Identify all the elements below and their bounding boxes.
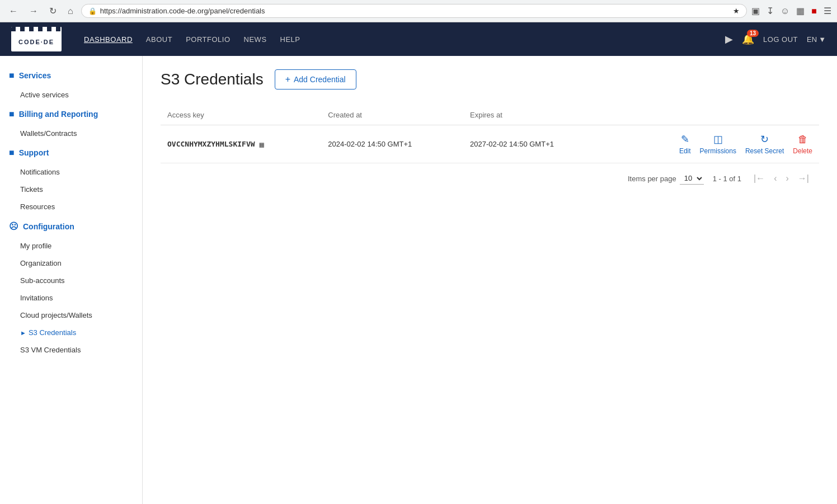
sidebar-item-invitations[interactable]: Invitations [0,289,142,307]
reset-icon: ↻ [760,133,769,145]
col-actions [605,105,819,125]
nav-dashboard[interactable]: DASHBOARD [84,35,133,44]
extension-icon[interactable]: ▦ [796,6,805,16]
permissions-icon: ◫ [713,133,723,145]
services-icon: ■ [9,70,15,81]
add-credential-label: Add Credential [294,75,346,84]
home-button[interactable]: ⌂ [64,5,77,17]
support-label: Support [19,148,49,157]
pocket-icon[interactable]: ▣ [751,6,760,16]
col-expires-at: Expires at [463,105,605,125]
pagination-row: Items per page 10 25 50 1 - 1 of 1 |← ‹ … [161,163,819,194]
items-per-page: Items per page 10 25 50 [628,172,704,185]
back-button[interactable]: ← [6,5,21,17]
copy-icon[interactable]: ▦ [260,140,264,149]
header-right: ▶ 🔔 13 LOG OUT EN ▼ [725,33,826,45]
chevron-down-icon: ▼ [819,35,826,44]
address-bar[interactable]: 🔒 https://administration.code-de.org/pan… [81,4,747,18]
sidebar-item-wallets[interactable]: Wallets/Contracts [0,125,142,142]
nav-portfolio[interactable]: PORTFOLIO [186,35,230,44]
permissions-label: Permissions [700,147,736,155]
download-icon[interactable]: ↧ [767,6,774,16]
last-page-button[interactable]: →| [794,172,812,185]
reset-secret-label: Reset Secret [745,147,784,155]
shield-icon[interactable]: ■ [811,6,817,16]
star-icon[interactable]: ★ [733,7,740,15]
col-created-at: Created at [321,105,463,125]
notification-badge: 13 [747,30,759,37]
sidebar-item-organization[interactable]: Organization [0,255,142,272]
sidebar-section-services[interactable]: ■ Services [0,65,142,86]
sidebar-item-sub-accounts[interactable]: Sub-accounts [0,272,142,289]
sidebar-section-billing[interactable]: ■ Billing and Reporting [0,103,142,125]
delete-icon: 🗑 [798,134,808,145]
items-per-page-label: Items per page [628,175,676,183]
language-selector[interactable]: EN ▼ [807,35,826,44]
items-per-page-select[interactable]: 10 25 50 [680,172,704,185]
billing-label: Billing and Reporting [19,110,98,119]
logo[interactable]: CODE·DE [11,27,62,51]
sidebar-section-support[interactable]: ■ Support [0,142,142,163]
next-page-button[interactable]: › [783,172,792,185]
sidebar-item-cloud-projects[interactable]: Cloud projects/Wallets [0,307,142,324]
credentials-table: Access key Created at Expires at OVCCNHY… [161,105,819,163]
plus-icon: + [285,74,290,84]
content-area: S3 Credentials + Add Credential Access k… [143,56,837,504]
delete-button[interactable]: 🗑 Delete [793,134,812,155]
edit-button[interactable]: ✎ Edit [679,133,691,155]
nav-help[interactable]: HELP [280,35,300,44]
menu-icon[interactable]: ☰ [824,6,831,16]
table-body: OVCCNHYMXZYHMLSKIFVW ▦ 2024-02-02 14:50 … [161,125,819,163]
permissions-button[interactable]: ◫ Permissions [700,133,736,155]
app-header: CODE·DE DASHBOARD ABOUT PORTFOLIO NEWS H… [0,22,837,56]
services-label: Services [19,71,51,80]
expires-at-cell: 2027-02-02 14:50 GMT+1 [463,125,605,163]
browser-actions: ▣ ↧ ☺ ▦ ■ ☰ [751,6,831,16]
action-buttons: ✎ Edit ◫ Permissions ↻ Reset Secret [612,133,812,155]
browser-bar: ← → ↻ ⌂ 🔒 https://administration.code-de… [0,0,837,22]
col-access-key: Access key [161,105,321,125]
table-row: OVCCNHYMXZYHMLSKIFVW ▦ 2024-02-02 14:50 … [161,125,819,163]
support-icon: ■ [9,148,15,158]
sidebar-item-notifications[interactable]: Notifications [0,163,142,181]
sidebar-item-tickets[interactable]: Tickets [0,181,142,198]
page-title: S3 Credentials [161,70,264,88]
edit-icon: ✎ [681,133,689,145]
configuration-icon: ☹ [9,221,18,232]
reload-button[interactable]: ↻ [46,4,60,17]
sidebar-item-s3-vm-credentials[interactable]: S3 VM Credentials [0,341,142,359]
forward-button[interactable]: → [26,5,41,17]
sidebar-section-configuration[interactable]: ☹ Configuration [0,215,142,237]
sidebar-item-resources[interactable]: Resources [0,198,142,215]
chevron-right-icon: ► [20,329,26,336]
nav-news[interactable]: NEWS [244,35,267,44]
messages-icon[interactable]: ▶ [725,33,733,45]
nav-about[interactable]: ABOUT [146,35,172,44]
sidebar: ■ Services Active services ■ Billing and… [0,56,143,504]
actions-cell: ✎ Edit ◫ Permissions ↻ Reset Secret [605,125,819,163]
main-layout: ■ Services Active services ■ Billing and… [0,56,837,504]
created-at-cell: 2024-02-02 14:50 GMT+1 [321,125,463,163]
page-title-row: S3 Credentials + Add Credential [161,69,819,90]
notification-bell-wrapper: 🔔 13 [742,33,754,45]
url-text: https://administration.code-de.org/panel… [100,7,730,15]
account-icon[interactable]: ☺ [780,6,789,16]
table-header: Access key Created at Expires at [161,105,819,125]
page-info: 1 - 1 of 1 [713,175,741,183]
lock-icon: 🔒 [88,7,97,15]
edit-label: Edit [679,147,691,155]
logout-button[interactable]: LOG OUT [763,35,798,44]
logo-area: CODE·DE [11,27,62,51]
delete-label: Delete [793,147,812,155]
sidebar-item-s3-credentials[interactable]: ►S3 Credentials [0,324,142,341]
main-nav: DASHBOARD ABOUT PORTFOLIO NEWS HELP [84,35,300,44]
reset-secret-button[interactable]: ↻ Reset Secret [745,133,784,155]
sidebar-item-my-profile[interactable]: My profile [0,237,142,255]
add-credential-button[interactable]: + Add Credential [275,69,356,90]
access-key-cell: OVCCNHYMXZYHMLSKIFVW ▦ [161,125,321,163]
logo-text: CODE·DE [18,39,54,45]
sidebar-item-active-services[interactable]: Active services [0,86,142,103]
prev-page-button[interactable]: ‹ [770,172,780,185]
page-nav: |← ‹ › →| [750,172,812,185]
first-page-button[interactable]: |← [750,172,768,185]
